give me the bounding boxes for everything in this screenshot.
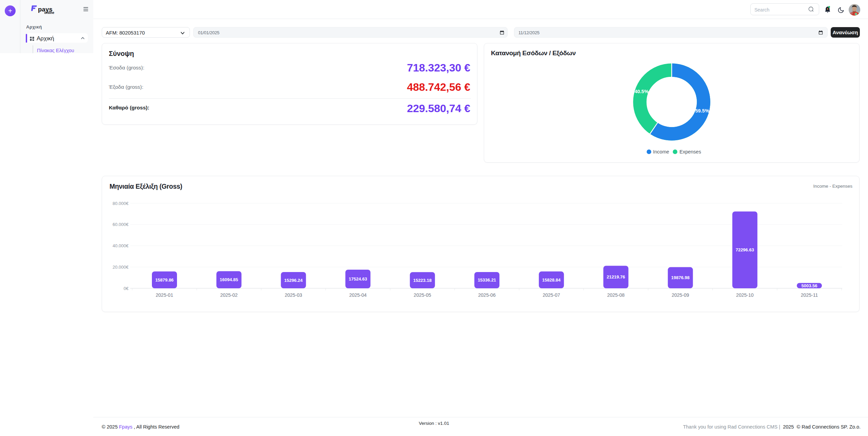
svg-text:15828.84: 15828.84 — [542, 277, 561, 283]
svg-text:15336.21: 15336.21 — [478, 277, 496, 283]
svg-text:2025-03: 2025-03 — [285, 292, 302, 298]
svg-text:40.5%: 40.5% — [634, 89, 648, 94]
svg-text:17524.63: 17524.63 — [349, 276, 367, 282]
svg-text:2025-04: 2025-04 — [349, 292, 367, 298]
svg-text:2025-10: 2025-10 — [736, 292, 754, 298]
svg-text:2025-06: 2025-06 — [478, 292, 496, 298]
svg-text:59.5%: 59.5% — [695, 108, 709, 113]
svg-text:Income: Income — [653, 149, 669, 154]
svg-text:2025-05: 2025-05 — [414, 292, 431, 298]
svg-text:15223.18: 15223.18 — [413, 278, 432, 283]
svg-text:0€: 0€ — [124, 286, 129, 291]
svg-text:15296.24: 15296.24 — [284, 278, 303, 283]
svg-text:Expenses: Expenses — [679, 149, 701, 154]
svg-text:2025-01: 2025-01 — [156, 292, 173, 298]
svg-text:2025-09: 2025-09 — [672, 292, 689, 298]
svg-text:40.000€: 40.000€ — [113, 243, 129, 248]
svg-text:5003.56: 5003.56 — [802, 283, 817, 288]
svg-text:2025-08: 2025-08 — [607, 292, 625, 298]
svg-text:80.000€: 80.000€ — [113, 201, 129, 206]
svg-text:16094.85: 16094.85 — [220, 277, 238, 282]
svg-text:60.000€: 60.000€ — [113, 222, 129, 227]
svg-text:21219.76: 21219.76 — [607, 274, 625, 279]
svg-text:19876.98: 19876.98 — [671, 275, 689, 280]
svg-text:2025-02: 2025-02 — [220, 292, 238, 298]
svg-text:15879.86: 15879.86 — [155, 277, 174, 283]
svg-text:72296.63: 72296.63 — [736, 247, 754, 252]
svg-text:20.000€: 20.000€ — [113, 265, 129, 270]
svg-text:2025-11: 2025-11 — [801, 292, 818, 298]
svg-text:2025-07: 2025-07 — [543, 292, 560, 298]
